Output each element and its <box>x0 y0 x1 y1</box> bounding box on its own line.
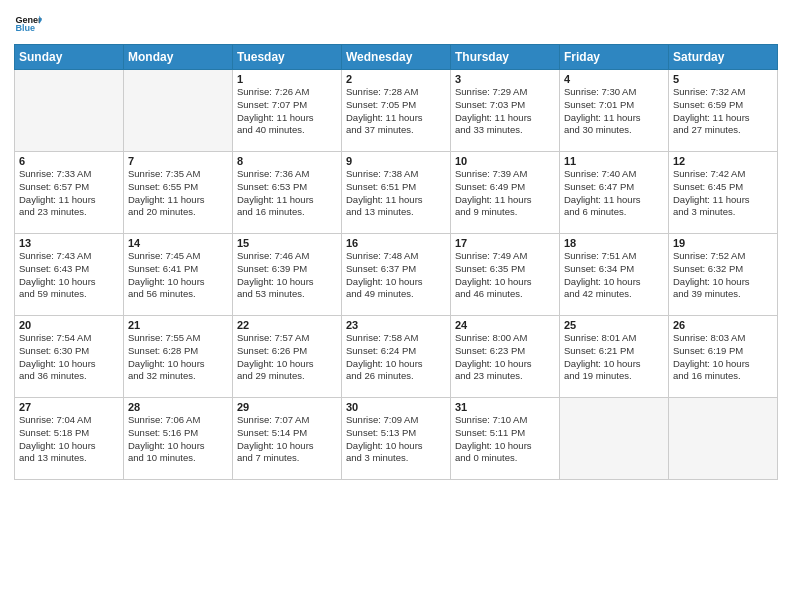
calendar-cell: 24Sunrise: 8:00 AM Sunset: 6:23 PM Dayli… <box>451 316 560 398</box>
day-detail: Sunrise: 8:00 AM Sunset: 6:23 PM Dayligh… <box>455 332 555 383</box>
day-number: 22 <box>237 319 337 331</box>
calendar-cell <box>669 398 778 480</box>
calendar-cell: 23Sunrise: 7:58 AM Sunset: 6:24 PM Dayli… <box>342 316 451 398</box>
calendar-table: SundayMondayTuesdayWednesdayThursdayFrid… <box>14 44 778 480</box>
weekday-header-cell: Wednesday <box>342 45 451 70</box>
weekday-header-row: SundayMondayTuesdayWednesdayThursdayFrid… <box>15 45 778 70</box>
calendar-cell: 16Sunrise: 7:48 AM Sunset: 6:37 PM Dayli… <box>342 234 451 316</box>
calendar-cell: 12Sunrise: 7:42 AM Sunset: 6:45 PM Dayli… <box>669 152 778 234</box>
day-detail: Sunrise: 7:33 AM Sunset: 6:57 PM Dayligh… <box>19 168 119 219</box>
day-number: 5 <box>673 73 773 85</box>
day-detail: Sunrise: 8:01 AM Sunset: 6:21 PM Dayligh… <box>564 332 664 383</box>
day-number: 25 <box>564 319 664 331</box>
day-detail: Sunrise: 8:03 AM Sunset: 6:19 PM Dayligh… <box>673 332 773 383</box>
day-detail: Sunrise: 7:38 AM Sunset: 6:51 PM Dayligh… <box>346 168 446 219</box>
calendar-cell: 30Sunrise: 7:09 AM Sunset: 5:13 PM Dayli… <box>342 398 451 480</box>
day-detail: Sunrise: 7:04 AM Sunset: 5:18 PM Dayligh… <box>19 414 119 465</box>
day-detail: Sunrise: 7:51 AM Sunset: 6:34 PM Dayligh… <box>564 250 664 301</box>
day-detail: Sunrise: 7:35 AM Sunset: 6:55 PM Dayligh… <box>128 168 228 219</box>
calendar-cell: 4Sunrise: 7:30 AM Sunset: 7:01 PM Daylig… <box>560 70 669 152</box>
day-number: 13 <box>19 237 119 249</box>
calendar-cell: 14Sunrise: 7:45 AM Sunset: 6:41 PM Dayli… <box>124 234 233 316</box>
day-number: 15 <box>237 237 337 249</box>
calendar-cell: 25Sunrise: 8:01 AM Sunset: 6:21 PM Dayli… <box>560 316 669 398</box>
calendar-body: 1Sunrise: 7:26 AM Sunset: 7:07 PM Daylig… <box>15 70 778 480</box>
calendar-cell: 22Sunrise: 7:57 AM Sunset: 6:26 PM Dayli… <box>233 316 342 398</box>
calendar-cell: 31Sunrise: 7:10 AM Sunset: 5:11 PM Dayli… <box>451 398 560 480</box>
calendar-cell: 29Sunrise: 7:07 AM Sunset: 5:14 PM Dayli… <box>233 398 342 480</box>
calendar-cell: 6Sunrise: 7:33 AM Sunset: 6:57 PM Daylig… <box>15 152 124 234</box>
day-number: 23 <box>346 319 446 331</box>
calendar-cell: 18Sunrise: 7:51 AM Sunset: 6:34 PM Dayli… <box>560 234 669 316</box>
calendar-cell: 5Sunrise: 7:32 AM Sunset: 6:59 PM Daylig… <box>669 70 778 152</box>
weekday-header-cell: Sunday <box>15 45 124 70</box>
day-number: 14 <box>128 237 228 249</box>
calendar-cell: 28Sunrise: 7:06 AM Sunset: 5:16 PM Dayli… <box>124 398 233 480</box>
day-number: 21 <box>128 319 228 331</box>
day-detail: Sunrise: 7:42 AM Sunset: 6:45 PM Dayligh… <box>673 168 773 219</box>
day-number: 28 <box>128 401 228 413</box>
day-detail: Sunrise: 7:46 AM Sunset: 6:39 PM Dayligh… <box>237 250 337 301</box>
svg-text:Blue: Blue <box>15 23 35 33</box>
weekday-header-cell: Thursday <box>451 45 560 70</box>
day-detail: Sunrise: 7:43 AM Sunset: 6:43 PM Dayligh… <box>19 250 119 301</box>
calendar-cell: 21Sunrise: 7:55 AM Sunset: 6:28 PM Dayli… <box>124 316 233 398</box>
calendar-week-row: 13Sunrise: 7:43 AM Sunset: 6:43 PM Dayli… <box>15 234 778 316</box>
day-detail: Sunrise: 7:48 AM Sunset: 6:37 PM Dayligh… <box>346 250 446 301</box>
day-number: 17 <box>455 237 555 249</box>
calendar-cell: 19Sunrise: 7:52 AM Sunset: 6:32 PM Dayli… <box>669 234 778 316</box>
day-detail: Sunrise: 7:49 AM Sunset: 6:35 PM Dayligh… <box>455 250 555 301</box>
day-number: 29 <box>237 401 337 413</box>
day-number: 8 <box>237 155 337 167</box>
day-number: 20 <box>19 319 119 331</box>
day-detail: Sunrise: 7:32 AM Sunset: 6:59 PM Dayligh… <box>673 86 773 137</box>
calendar-week-row: 6Sunrise: 7:33 AM Sunset: 6:57 PM Daylig… <box>15 152 778 234</box>
calendar-cell: 10Sunrise: 7:39 AM Sunset: 6:49 PM Dayli… <box>451 152 560 234</box>
calendar-cell: 2Sunrise: 7:28 AM Sunset: 7:05 PM Daylig… <box>342 70 451 152</box>
logo: General Blue <box>14 10 42 38</box>
day-detail: Sunrise: 7:10 AM Sunset: 5:11 PM Dayligh… <box>455 414 555 465</box>
day-detail: Sunrise: 7:40 AM Sunset: 6:47 PM Dayligh… <box>564 168 664 219</box>
calendar-week-row: 1Sunrise: 7:26 AM Sunset: 7:07 PM Daylig… <box>15 70 778 152</box>
calendar-cell: 26Sunrise: 8:03 AM Sunset: 6:19 PM Dayli… <box>669 316 778 398</box>
weekday-header-cell: Saturday <box>669 45 778 70</box>
day-detail: Sunrise: 7:45 AM Sunset: 6:41 PM Dayligh… <box>128 250 228 301</box>
header: General Blue <box>14 10 778 38</box>
day-detail: Sunrise: 7:07 AM Sunset: 5:14 PM Dayligh… <box>237 414 337 465</box>
day-detail: Sunrise: 7:29 AM Sunset: 7:03 PM Dayligh… <box>455 86 555 137</box>
calendar-cell: 11Sunrise: 7:40 AM Sunset: 6:47 PM Dayli… <box>560 152 669 234</box>
day-number: 9 <box>346 155 446 167</box>
logo-icon: General Blue <box>14 10 42 38</box>
page: General Blue SundayMondayTuesdayWednesda… <box>0 0 792 612</box>
calendar-cell: 1Sunrise: 7:26 AM Sunset: 7:07 PM Daylig… <box>233 70 342 152</box>
day-detail: Sunrise: 7:54 AM Sunset: 6:30 PM Dayligh… <box>19 332 119 383</box>
day-number: 11 <box>564 155 664 167</box>
day-number: 18 <box>564 237 664 249</box>
day-number: 3 <box>455 73 555 85</box>
weekday-header-cell: Tuesday <box>233 45 342 70</box>
calendar-cell: 9Sunrise: 7:38 AM Sunset: 6:51 PM Daylig… <box>342 152 451 234</box>
calendar-cell <box>124 70 233 152</box>
day-number: 6 <box>19 155 119 167</box>
day-detail: Sunrise: 7:39 AM Sunset: 6:49 PM Dayligh… <box>455 168 555 219</box>
day-number: 27 <box>19 401 119 413</box>
calendar-cell <box>15 70 124 152</box>
calendar-cell: 7Sunrise: 7:35 AM Sunset: 6:55 PM Daylig… <box>124 152 233 234</box>
day-number: 2 <box>346 73 446 85</box>
day-number: 30 <box>346 401 446 413</box>
calendar-cell: 15Sunrise: 7:46 AM Sunset: 6:39 PM Dayli… <box>233 234 342 316</box>
day-number: 12 <box>673 155 773 167</box>
day-detail: Sunrise: 7:30 AM Sunset: 7:01 PM Dayligh… <box>564 86 664 137</box>
calendar-cell: 17Sunrise: 7:49 AM Sunset: 6:35 PM Dayli… <box>451 234 560 316</box>
day-number: 19 <box>673 237 773 249</box>
day-detail: Sunrise: 7:58 AM Sunset: 6:24 PM Dayligh… <box>346 332 446 383</box>
day-number: 4 <box>564 73 664 85</box>
day-number: 16 <box>346 237 446 249</box>
calendar-cell: 3Sunrise: 7:29 AM Sunset: 7:03 PM Daylig… <box>451 70 560 152</box>
day-detail: Sunrise: 7:55 AM Sunset: 6:28 PM Dayligh… <box>128 332 228 383</box>
calendar-cell: 27Sunrise: 7:04 AM Sunset: 5:18 PM Dayli… <box>15 398 124 480</box>
day-detail: Sunrise: 7:57 AM Sunset: 6:26 PM Dayligh… <box>237 332 337 383</box>
weekday-header-cell: Friday <box>560 45 669 70</box>
calendar-cell: 20Sunrise: 7:54 AM Sunset: 6:30 PM Dayli… <box>15 316 124 398</box>
day-number: 7 <box>128 155 228 167</box>
